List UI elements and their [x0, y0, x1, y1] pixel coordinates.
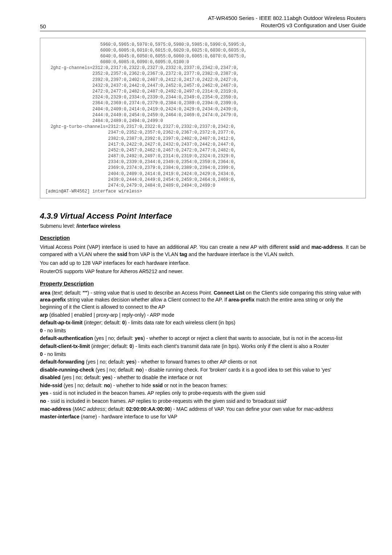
header-title-line1: AT-WR4500 Series - IEEE 802.11abgh Outdo… [208, 15, 366, 21]
submenu-prefix: Submenu level: [40, 223, 76, 229]
description-para2: You can add up to 128 VAP interfaces for… [40, 260, 366, 267]
prop-disabled: disabled (yes | no; default: yes) - whet… [40, 374, 366, 381]
submenu-path: /interface wireless [76, 223, 120, 229]
property-description-heading: Property Description [40, 280, 366, 287]
prop-hide-ssid-yes: yes - ssid is not included in the beacon… [40, 390, 366, 397]
page-header: 50 AT-WR4500 Series - IEEE 802.11abgh Ou… [40, 15, 366, 31]
page-container: 50 AT-WR4500 Series - IEEE 802.11abgh Ou… [0, 0, 392, 443]
section-heading: 4.3.9 Virtual Access Point Interface [40, 211, 366, 221]
prop-arp: arp (disabled | enabled | proxy-arp | re… [40, 312, 366, 319]
prop-hide-ssid-no: no - ssid is included in beacon frames. … [40, 398, 366, 405]
description-para3: RouterOS supports VAP feature for Athero… [40, 268, 366, 275]
prop-default-authentication: default-authentication (yes | no; defaul… [40, 335, 366, 342]
prop-master-interface: master-interface (name) - hardware inter… [40, 413, 366, 421]
header-title: AT-WR4500 Series - IEEE 802.11abgh Outdo… [208, 15, 366, 29]
prop-default-client-tx-limit: default-client-tx-limit (integer; defaul… [40, 343, 366, 350]
description-para1: Virtual Access Point (VAP) interface is … [40, 244, 366, 258]
page-number: 50 [40, 23, 46, 29]
header-title-line2: RouterOS v3 Configuration and User Guide [261, 22, 366, 28]
submenu-level: Submenu level: /interface wireless [40, 223, 366, 229]
prop-hide-ssid: hide-ssid (yes | no; default: no) - whet… [40, 382, 366, 389]
prop-area: area (text; default: "") - string value … [40, 289, 366, 311]
prop-disable-running-check: disable-running-check (yes | no; default… [40, 366, 366, 374]
prop-mac-address: mac-address (MAC address; default: 02:00… [40, 406, 366, 413]
code-block: 5960:0,5965:0,5970:0,5975:0,5980:0,5985:… [40, 38, 366, 199]
prop-default-forwarding: default-forwarding (yes | no; default: y… [40, 358, 366, 366]
property-list: area (text; default: "") - string value … [40, 289, 366, 421]
prop-default-client-tx-limit-zero: 0 - no limits [40, 351, 366, 358]
prop-default-ap-tx-limit: default-ap-tx-limit (integer; default: 0… [40, 319, 366, 327]
description-heading: Description [40, 235, 366, 241]
prop-default-ap-tx-limit-zero: 0 - no limits [40, 327, 366, 335]
